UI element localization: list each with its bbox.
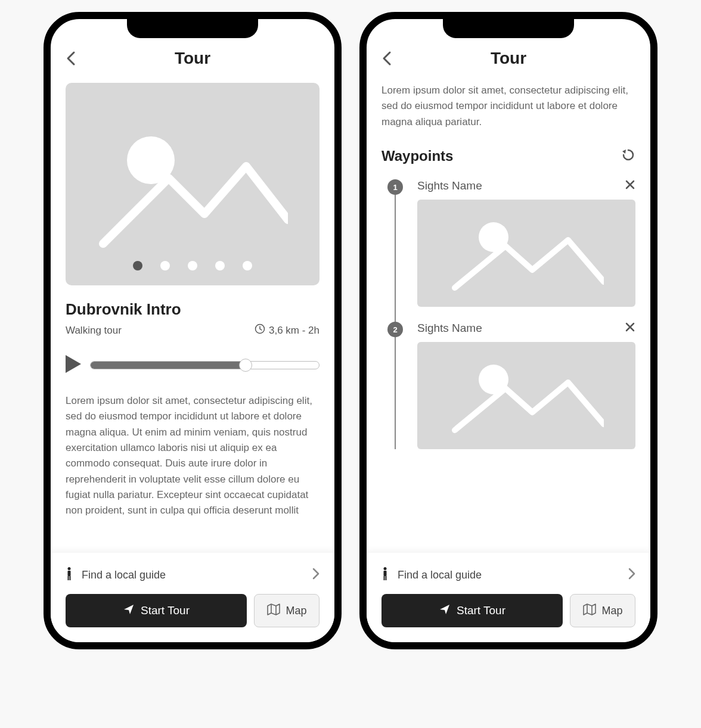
svg-marker-2 (66, 355, 81, 373)
svg-rect-16 (384, 576, 385, 580)
waypoint-name: Sights Name (417, 179, 482, 192)
svg-rect-6 (70, 576, 71, 580)
waypoint-header: Sights Name (417, 322, 635, 335)
person-icon (381, 567, 389, 583)
content-area: Dubrovnik Intro Walking tour 3,6 km - 2h… (51, 74, 334, 553)
image-placeholder-icon (449, 353, 604, 438)
hero-image-carousel[interactable] (66, 83, 320, 285)
map-icon (266, 603, 281, 619)
content-area: Lorem ipsum dolor sit amet, consectetur … (367, 74, 650, 553)
find-guide-row[interactable]: Find a local guide (381, 562, 635, 594)
waypoint-image[interactable] (417, 200, 635, 307)
waypoint-number-badge: 2 (387, 322, 403, 337)
phone-notch (443, 18, 574, 38)
play-button[interactable] (66, 355, 81, 375)
start-tour-label: Start Tour (457, 604, 505, 617)
map-label: Map (601, 605, 622, 617)
start-tour-label: Start Tour (141, 604, 190, 617)
svg-marker-7 (622, 150, 626, 154)
phone-frame-2: Tour Lorem ipsum dolor sit amet, consect… (359, 12, 657, 649)
chevron-right-icon (312, 568, 320, 582)
button-row: Start Tour Map (381, 594, 635, 627)
slider-thumb[interactable] (239, 359, 252, 372)
start-tour-button[interactable]: Start Tour (66, 594, 247, 627)
page-title: Tour (491, 49, 526, 68)
phone-frame-1: Tour Dubrovnik Intro Walking tour (44, 12, 342, 649)
svg-rect-5 (68, 576, 69, 580)
person-icon (66, 567, 73, 583)
carousel-dot[interactable] (215, 261, 225, 270)
find-guide-row[interactable]: Find a local guide (66, 562, 320, 594)
undo-icon (621, 148, 635, 162)
find-guide-label: Find a local guide (82, 569, 166, 581)
waypoints-header: Waypoints (381, 148, 635, 164)
map-icon (582, 603, 597, 619)
remove-waypoint-button[interactable] (625, 322, 635, 335)
bottom-bar: Find a local guide Start Tour Map (367, 553, 650, 642)
tour-distance-duration: 3,6 km - 2h (255, 323, 320, 337)
start-tour-button[interactable]: Start Tour (381, 594, 563, 627)
waypoint-name: Sights Name (417, 322, 482, 335)
waypoint-number-badge: 1 (387, 179, 403, 195)
back-button[interactable] (66, 50, 76, 69)
map-button[interactable]: Map (254, 594, 320, 627)
send-icon (123, 603, 135, 618)
carousel-dot[interactable] (243, 261, 252, 270)
remove-waypoint-button[interactable] (625, 179, 635, 192)
tour-meta: Walking tour 3,6 km - 2h (66, 323, 320, 337)
carousel-dots (66, 261, 320, 270)
carousel-dot[interactable] (133, 261, 142, 270)
tour-description: Lorem ipsum dolor sit amet, consectetur … (66, 393, 320, 519)
waypoint-header: Sights Name (417, 179, 635, 192)
back-button[interactable] (381, 50, 392, 69)
carousel-dot[interactable] (188, 261, 197, 270)
clock-icon (255, 323, 265, 337)
map-label: Map (286, 605, 306, 617)
phone-notch (127, 18, 258, 38)
svg-rect-15 (384, 571, 387, 576)
close-icon (625, 322, 635, 332)
page-title: Tour (175, 49, 210, 68)
audio-progress-slider[interactable] (90, 361, 320, 369)
carousel-dot[interactable] (160, 261, 170, 270)
svg-rect-4 (68, 571, 71, 576)
find-guide-label: Find a local guide (398, 569, 482, 581)
waypoint-image[interactable] (417, 342, 635, 449)
button-row: Start Tour Map (66, 594, 320, 627)
image-placeholder-icon (97, 119, 288, 250)
close-icon (625, 179, 635, 190)
reset-button[interactable] (621, 148, 635, 164)
slider-fill (91, 362, 246, 369)
intro-text: Lorem ipsum dolor sit amet, consectetur … (381, 83, 635, 130)
waypoint-item: 1 Sights Name (387, 179, 635, 307)
waypoints-list: 1 Sights Name 2 Sights Name (381, 179, 635, 449)
tour-type-label: Walking tour (66, 325, 122, 337)
tour-title: Dubrovnik Intro (66, 300, 320, 319)
map-button[interactable]: Map (570, 594, 635, 627)
distance-duration-text: 3,6 km - 2h (269, 325, 320, 337)
chevron-right-icon (628, 568, 635, 582)
send-icon (439, 603, 451, 618)
image-placeholder-icon (449, 210, 604, 296)
svg-point-3 (68, 567, 71, 570)
svg-point-14 (384, 567, 387, 570)
waypoints-title: Waypoints (381, 148, 453, 164)
waypoint-item: 2 Sights Name (387, 322, 635, 449)
svg-rect-17 (386, 576, 387, 580)
bottom-bar: Find a local guide Start Tour Map (51, 553, 334, 642)
audio-player (66, 355, 320, 375)
